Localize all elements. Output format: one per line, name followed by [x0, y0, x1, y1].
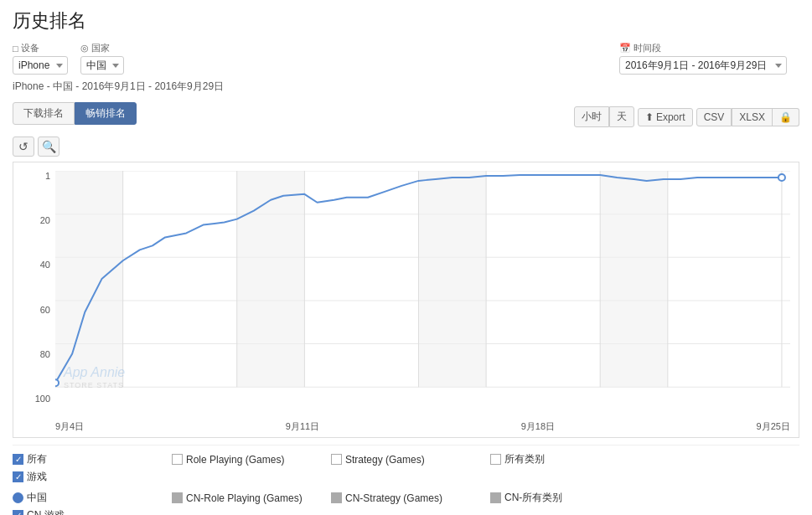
subtitle: iPhone - 中国 - 2016年9月1日 - 2016年9月29日 [13, 80, 799, 94]
country-control-group: ◎ 国家 中国 美国 日本 [80, 42, 124, 75]
chart-container: 1 20 40 60 80 100 [13, 162, 799, 438]
legend-dot-china[interactable] [13, 492, 23, 503]
start-point [55, 379, 59, 386]
legend-sq-cn-role-playing[interactable] [172, 492, 183, 503]
x-axis: 9月4日 9月11日 9月18日 9月25日 [55, 420, 790, 433]
legend-label-games: 游戏 [27, 470, 47, 484]
page-title: 历史排名 [13, 8, 799, 33]
format-buttons: CSV XLSX 🔒 [696, 108, 799, 126]
legend-label-cn-all-category: CN-所有类别 [504, 491, 562, 505]
legend-label-china: 中国 [27, 491, 47, 505]
legend-all-category: 所有类别 [490, 452, 649, 466]
day-toggle[interactable]: 天 [609, 106, 634, 127]
y-label-80: 80 [13, 349, 54, 359]
legend-all: 所有 [13, 452, 172, 466]
legend-label-cn-role-playing: CN-Role Playing (Games) [186, 492, 303, 504]
zoom-controls: ↺ 🔍 [13, 136, 59, 157]
y-label-1: 1 [13, 171, 54, 181]
svg-rect-7 [237, 171, 305, 387]
legend-check-strategy[interactable] [331, 454, 342, 465]
x-label-sep25: 9月25日 [757, 420, 790, 433]
legend-cn-all-category: CN-所有类别 [490, 491, 649, 505]
legend-role-playing: Role Playing (Games) [172, 454, 331, 466]
tab-revenue[interactable]: 畅销排名 [75, 102, 137, 125]
chart-svg [55, 171, 790, 404]
device-control-group: □ 设备 iPhone iPad All [13, 42, 68, 75]
y-label-60: 60 [13, 305, 54, 315]
device-label: □ 设备 [13, 42, 68, 54]
hour-toggle[interactable]: 小时 [574, 106, 609, 127]
right-controls: 小时 天 ⬆ Export CSV XLSX 🔒 [574, 106, 799, 127]
svg-rect-9 [600, 171, 668, 387]
legend-strategy: Strategy (Games) [331, 454, 490, 466]
x-label-sep18: 9月18日 [521, 420, 555, 433]
calendar-icon: 📅 [619, 43, 631, 54]
legend-games: 游戏 [13, 470, 172, 484]
x-label-sep11: 9月11日 [286, 420, 319, 433]
country-select[interactable]: 中国 美国 日本 [80, 56, 124, 75]
tab-toolbar-row: 下载排名 畅销排名 小时 天 ⬆ Export CSV XLSX 🔒 [13, 102, 799, 131]
y-label-20: 20 [13, 215, 54, 225]
legend-sq-cn-strategy[interactable] [331, 492, 342, 503]
legend-label-cn-strategy: CN-Strategy (Games) [345, 492, 442, 504]
legend-row-2: 中国 CN-Role Playing (Games) CN-Strategy (… [13, 489, 799, 515]
page-container: 历史排名 □ 设备 iPhone iPad All ◎ 国家 中国 美国 日本 [0, 0, 812, 515]
legend-label-all: 所有 [27, 452, 47, 466]
legend-sq-cn-all-category[interactable] [490, 492, 501, 503]
controls-row: □ 设备 iPhone iPad All ◎ 国家 中国 美国 日本 📅 [13, 42, 799, 75]
country-icon: ◎ [80, 43, 89, 54]
time-select[interactable]: 2016年9月1日 - 2016年9月29日 [619, 56, 787, 75]
legend-label-role-playing: Role Playing (Games) [186, 454, 284, 466]
zoom-toolbar: ↺ 🔍 [13, 136, 799, 157]
time-toggle-group: 小时 天 [574, 106, 634, 127]
legend-check-role-playing[interactable] [172, 454, 183, 465]
legend-label-all-category: 所有类别 [504, 452, 545, 466]
legend-check-all[interactable] [13, 454, 23, 465]
legend-label-strategy: Strategy (Games) [345, 454, 425, 466]
csv-button[interactable]: CSV [696, 108, 732, 126]
legend-cn-role-playing: CN-Role Playing (Games) [172, 492, 331, 504]
tab-group: 下载排名 畅销排名 [13, 102, 137, 125]
country-label: ◎ 国家 [80, 42, 124, 54]
legend-section: 所有 Role Playing (Games) Strategy (Games)… [13, 445, 799, 515]
legend-sq-cn-games[interactable] [13, 510, 23, 515]
time-control-group: 📅 时间段 2016年9月1日 - 2016年9月29日 [619, 42, 787, 75]
legend-row-1: 所有 Role Playing (Games) Strategy (Games)… [13, 451, 799, 486]
svg-rect-6 [55, 171, 123, 387]
end-point [778, 174, 785, 181]
time-label: 📅 时间段 [619, 42, 787, 54]
xlsx-button[interactable]: XLSX [732, 108, 773, 126]
legend-cn-strategy: CN-Strategy (Games) [331, 492, 490, 504]
y-axis: 1 20 40 60 80 100 [13, 171, 54, 404]
svg-rect-8 [418, 171, 486, 387]
export-button[interactable]: ⬆ Export [638, 108, 693, 126]
zoom-button[interactable]: 🔍 [38, 136, 59, 157]
device-icon: □ [13, 44, 18, 54]
chart-area [55, 171, 790, 404]
y-label-100: 100 [13, 394, 54, 404]
legend-label-cn-games: CN-游戏 [27, 508, 65, 515]
reset-zoom-button[interactable]: ↺ [13, 136, 34, 157]
x-label-sep4: 9月4日 [55, 420, 84, 433]
y-label-40: 40 [13, 260, 54, 270]
lock-button[interactable]: 🔒 [773, 108, 799, 126]
device-select[interactable]: iPhone iPad All [13, 56, 68, 75]
legend-check-games[interactable] [13, 471, 23, 482]
legend-cn-games: CN-游戏 [13, 508, 172, 515]
tab-download[interactable]: 下载排名 [13, 102, 75, 125]
legend-check-all-category[interactable] [490, 454, 501, 465]
legend-china: 中国 [13, 491, 172, 505]
